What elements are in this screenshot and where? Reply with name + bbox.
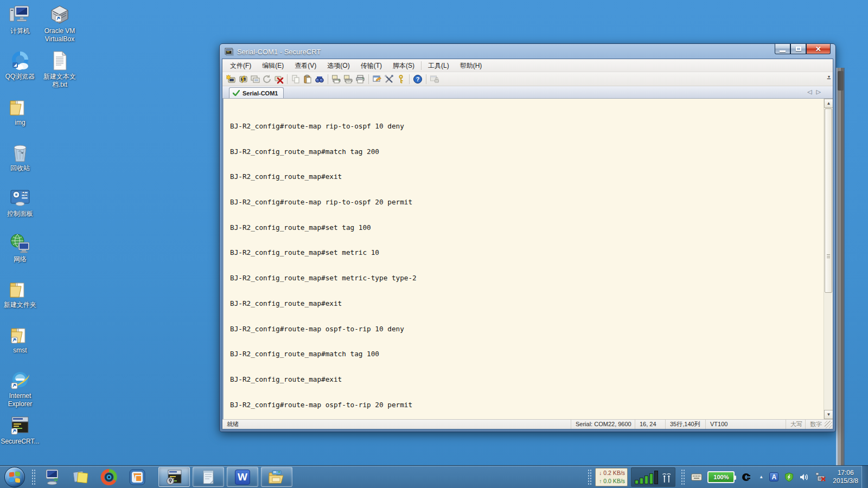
menu-edit[interactable]: 编辑(E) [257, 60, 289, 72]
close-button[interactable]: ✕ [806, 44, 831, 54]
volume-icon[interactable] [800, 473, 809, 481]
desktop-icon-label: 回收站 [0, 164, 42, 172]
keyboard-icon[interactable] [691, 473, 702, 481]
desktop-icon-label: 计算机 [0, 27, 42, 35]
taskbar-clock[interactable]: 17:06 2015/3/8 [833, 469, 858, 485]
minimize-icon [780, 50, 786, 52]
desktop-icon-new-folder[interactable]: 新建文件夹 [0, 278, 42, 309]
battery-indicator[interactable]: 100% [707, 471, 735, 483]
signal-bar [644, 476, 648, 484]
desktop-icon-computer[interactable]: 计算机 [0, 4, 42, 35]
terminal-scrollbar[interactable]: ▲ ▼ [824, 99, 833, 419]
resize-grip[interactable] [825, 421, 832, 428]
security-shield-icon[interactable] [784, 472, 794, 482]
show-hidden-icons-button[interactable]: ▲ [759, 474, 763, 479]
terminal-line: BJ-R2_config#route-map rip-to-ospf 10 de… [230, 122, 417, 131]
toolbar-separator [426, 74, 426, 84]
desktop-icon-label: 控制面板 [0, 210, 42, 218]
desktop-icon-control-panel[interactable]: 控制面板 [0, 187, 42, 218]
desktop-icon-internet-explorer[interactable]: Internet Explorer [0, 369, 42, 408]
menu-separator [421, 61, 422, 70]
window-titlebar[interactable]: Serial-COM1 - SecureCRT [220, 44, 835, 58]
session-lock-icon[interactable] [429, 74, 441, 85]
tray-grip[interactable] [588, 469, 592, 485]
close-icon: ✕ [815, 45, 821, 53]
menu-options[interactable]: 选项(O) [322, 60, 355, 72]
help-icon[interactable]: ? [412, 74, 424, 85]
antenna-icon [661, 470, 672, 484]
desktop-icon-img[interactable]: img [0, 96, 42, 127]
signal-strength-widget[interactable] [631, 467, 675, 487]
tab-scroll-arrows[interactable]: ◁▷ [807, 88, 825, 95]
desktop-icon-label: Internet Explorer [0, 392, 42, 408]
input-method-indicator[interactable]: A [769, 472, 778, 481]
paste-icon[interactable] [302, 74, 314, 85]
securecrt-shortcut-icon [9, 415, 31, 436]
maximize-button[interactable] [790, 44, 806, 54]
menu-view[interactable]: 查看(V) [289, 60, 322, 72]
status-emulation: VT100 [705, 420, 740, 429]
menu-script[interactable]: 脚本(S) [387, 60, 420, 72]
menu-file[interactable]: 文件(F) [225, 60, 257, 72]
scroll-up-icon[interactable]: ▲ [824, 99, 833, 108]
network-speed-widget[interactable]: ↓0.2 KB/s ↑0.0 KB/s [595, 468, 628, 486]
show-desktop-button[interactable] [861, 466, 868, 488]
desktop-icon-recycle-bin[interactable]: 回收站 [0, 142, 42, 172]
desktop-icon-network[interactable]: 网络 [0, 233, 42, 264]
keymap-icon[interactable] [395, 74, 407, 85]
scrollbar-thumb[interactable] [825, 108, 832, 293]
window-body: 文件(F) 编辑(E) 查看(V) 选项(O) 传输(T) 脚本(S) 工具(L… [222, 59, 833, 429]
taskbar-app-explorer[interactable] [261, 467, 292, 487]
window-title: Serial-COM1 - SecureCRT [237, 48, 321, 56]
securecrt-taskbar-icon [166, 469, 182, 485]
sticky-notes-icon[interactable] [72, 468, 90, 486]
print-setup-icon[interactable] [342, 74, 354, 85]
find-icon[interactable] [314, 74, 326, 85]
taskbar-app-notepad[interactable] [193, 467, 224, 487]
desktop-icon-label: 网络 [0, 255, 42, 264]
toolbar-overflow-icon[interactable]: ▾▔ [827, 75, 831, 84]
desktop-icon-label: 新建文件夹 [0, 301, 42, 309]
terminal-area[interactable]: BJ-R2_config#route-map rip-to-ospf 10 de… [222, 99, 833, 419]
svg-text:?: ? [416, 76, 420, 82]
global-options-icon[interactable] [383, 74, 395, 85]
clock-time: 17:06 [833, 469, 858, 477]
terminal-line: BJ-R2_config_route_map#match tag 200 [230, 147, 417, 157]
reconnect-icon[interactable] [261, 74, 273, 85]
menu-help[interactable]: 帮助(H) [455, 60, 488, 72]
session-options-icon[interactable] [371, 74, 383, 85]
taskbar-app-securecrt[interactable] [158, 467, 190, 487]
disconnect-icon[interactable] [273, 74, 285, 85]
recycle-bin-icon [9, 142, 31, 163]
terminal-line: BJ-R2_config#route-map ospf-to-rip 10 de… [230, 325, 417, 334]
taskbar-grip[interactable] [31, 469, 36, 485]
terminal-line: BJ-R2_config_route_map#exit [230, 172, 417, 182]
battery-percent: 100% [713, 474, 729, 480]
circular-app-icon[interactable] [100, 468, 118, 486]
copy-icon[interactable] [290, 74, 302, 85]
connect-icon[interactable] [237, 74, 249, 85]
desktop-icon-virtualbox[interactable]: Oracle VM VirtualBox [37, 4, 82, 43]
status-bar: 就绪 Serial: COM22, 9600 16, 24 35行,140列 V… [222, 419, 833, 429]
print-icon[interactable] [354, 74, 366, 85]
desktop-icon-text-file[interactable]: 新建文本文档.txt [37, 50, 82, 89]
quick-connect-icon[interactable] [225, 74, 237, 85]
tray-grip[interactable] [681, 469, 685, 485]
desktop-icon-qq-browser[interactable]: QQ浏览器 [0, 50, 42, 81]
network-disconnected-icon[interactable] [815, 472, 826, 482]
print-preview-icon[interactable] [330, 74, 342, 85]
power-plug-icon[interactable] [741, 472, 751, 482]
remote-desktop-icon[interactable] [43, 468, 62, 486]
connect-in-tab-icon[interactable] [249, 74, 261, 85]
desktop-icon-securecrt[interactable]: SecureCRT... [0, 415, 42, 446]
menu-transfer[interactable]: 传输(T) [355, 60, 387, 72]
tab-serial-com1[interactable]: Serial-COM1 [229, 87, 284, 98]
desktop-icon-smst[interactable]: smst [0, 324, 42, 355]
scroll-down-icon[interactable]: ▼ [824, 410, 833, 419]
taskbar-app-wps[interactable]: W [227, 467, 258, 487]
menu-tools[interactable]: 工具(L) [423, 60, 455, 72]
start-button[interactable] [4, 467, 25, 487]
signal-bar [640, 478, 643, 484]
vmware-icon[interactable] [128, 468, 146, 486]
minimize-button[interactable] [775, 44, 790, 54]
